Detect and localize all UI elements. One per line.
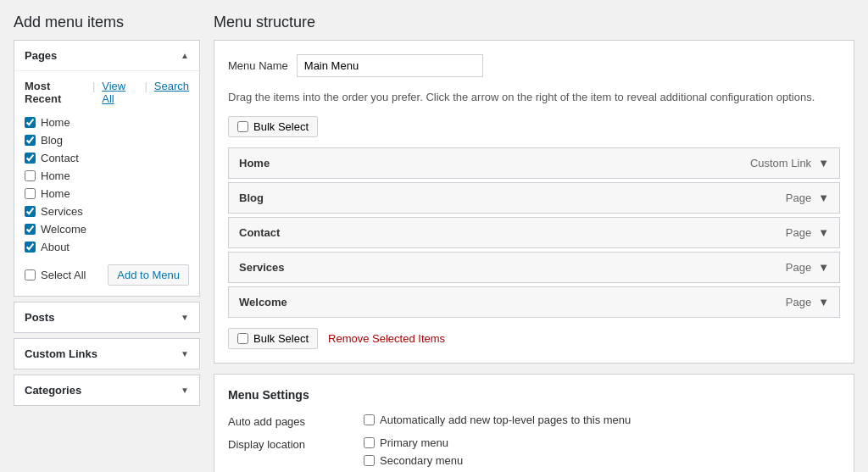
auto-add-pages-label: Auto add pages xyxy=(228,414,364,428)
secondary-menu-option[interactable]: Secondary menu xyxy=(364,454,463,467)
bulk-select-top-row: Bulk Select xyxy=(228,116,840,137)
list-item: Contact xyxy=(25,149,189,167)
menu-name-input[interactable] xyxy=(297,54,483,77)
menu-item-services-chevron-icon[interactable]: ▼ xyxy=(818,261,829,274)
custom-links-accordion-header[interactable]: Custom Links ▼ xyxy=(14,339,199,369)
page-home-1-checkbox[interactable] xyxy=(25,117,36,128)
list-item: Home xyxy=(25,185,189,203)
menu-item-contact-type: Page xyxy=(786,226,811,239)
list-item: Services xyxy=(25,203,189,220)
page-blog-label: Blog xyxy=(41,134,63,147)
list-item: Home xyxy=(25,114,189,131)
menu-item-welcome-chevron-icon[interactable]: ▼ xyxy=(818,296,829,308)
menu-item-blog[interactable]: Blog Page ▼ xyxy=(228,182,840,214)
pages-tab-nav: Most Recent | View All | Search xyxy=(25,80,189,105)
pages-label: Pages xyxy=(25,49,57,62)
posts-accordion: Posts ▼ xyxy=(14,302,200,333)
menu-item-welcome-right: Page ▼ xyxy=(786,296,829,308)
page-services-checkbox[interactable] xyxy=(25,206,36,217)
pages-accordion-header[interactable]: Pages ▲ xyxy=(14,41,199,70)
menu-item-services-label: Services xyxy=(239,261,285,274)
page-home-1-label: Home xyxy=(41,116,70,129)
menu-item-services[interactable]: Services Page ▼ xyxy=(228,252,840,283)
page-welcome-checkbox[interactable] xyxy=(25,224,36,235)
menu-structure-box: Menu Name Drag the items into the order … xyxy=(214,40,854,364)
auto-add-pages-checkbox[interactable] xyxy=(364,414,375,425)
tab-view-all[interactable]: View All xyxy=(102,80,137,105)
bulk-select-top-button[interactable]: Bulk Select xyxy=(228,116,318,137)
categories-label: Categories xyxy=(25,384,81,397)
menu-item-blog-label: Blog xyxy=(239,192,264,204)
menu-name-row: Menu Name xyxy=(228,54,840,77)
custom-links-accordion: Custom Links ▼ xyxy=(14,338,200,369)
menu-item-welcome-label: Welcome xyxy=(239,296,287,308)
display-location-controls: Primary menu Secondary menu xyxy=(364,436,463,467)
display-location-label: Display location xyxy=(228,436,364,451)
pages-checkbox-list: Home Blog Contact Home xyxy=(25,114,189,256)
list-item: Blog xyxy=(25,131,189,149)
pages-chevron-icon: ▲ xyxy=(181,51,189,60)
page-home-2-label: Home xyxy=(41,169,70,182)
menu-item-blog-chevron-icon[interactable]: ▼ xyxy=(818,192,829,204)
menu-item-blog-right: Page ▼ xyxy=(786,192,829,204)
page-about-checkbox[interactable] xyxy=(25,242,36,253)
bulk-select-bottom-button[interactable]: Bulk Select xyxy=(228,328,318,349)
auto-add-pages-row: Auto add pages Automatically add new top… xyxy=(228,414,840,428)
menu-item-home-right: Custom Link ▼ xyxy=(750,157,829,169)
tab-search[interactable]: Search xyxy=(154,80,189,105)
remove-selected-link[interactable]: Remove Selected Items xyxy=(328,332,445,345)
page-home-3-label: Home xyxy=(41,187,70,200)
menu-item-welcome[interactable]: Welcome Page ▼ xyxy=(228,286,840,318)
primary-menu-option[interactable]: Primary menu xyxy=(364,436,463,449)
menu-item-contact-chevron-icon[interactable]: ▼ xyxy=(818,226,829,239)
right-panel: Menu structure Menu Name Drag the items … xyxy=(214,14,854,472)
menu-item-home[interactable]: Home Custom Link ▼ xyxy=(228,147,840,179)
page-blog-checkbox[interactable] xyxy=(25,135,36,146)
menu-item-blog-type: Page xyxy=(786,192,811,204)
page-home-3-checkbox[interactable] xyxy=(25,188,36,199)
list-item: Home xyxy=(25,167,189,185)
left-panel: Add menu items Pages ▲ Most Recent | Vie… xyxy=(14,14,200,472)
add-to-menu-button[interactable]: Add to Menu xyxy=(108,264,189,286)
page-home-2-checkbox[interactable] xyxy=(25,170,36,181)
menu-items-list: Home Custom Link ▼ Blog Page ▼ Contact xyxy=(228,147,840,318)
menu-item-welcome-type: Page xyxy=(786,296,811,308)
menu-item-home-type: Custom Link xyxy=(750,157,811,169)
menu-item-home-chevron-icon[interactable]: ▼ xyxy=(818,157,829,169)
bulk-select-bottom-checkbox[interactable] xyxy=(237,333,248,344)
categories-accordion-header[interactable]: Categories ▼ xyxy=(14,375,199,405)
auto-add-pages-checkbox-label: Automatically add new top-level pages to… xyxy=(380,414,631,426)
page-services-label: Services xyxy=(41,205,83,218)
menu-settings-title: Menu Settings xyxy=(228,388,840,402)
posts-accordion-header[interactable]: Posts ▼ xyxy=(14,303,199,332)
primary-menu-checkbox[interactable] xyxy=(364,437,375,448)
select-all-checkbox[interactable] xyxy=(25,269,36,280)
pages-bottom-row: Select All Add to Menu xyxy=(25,264,189,286)
list-item: About xyxy=(25,238,189,256)
tab-most-recent[interactable]: Most Recent xyxy=(25,80,86,105)
drag-instructions: Drag the items into the order you prefer… xyxy=(228,89,840,106)
pages-accordion: Pages ▲ Most Recent | View All | Search … xyxy=(14,40,200,297)
bulk-select-bottom-row: Bulk Select Remove Selected Items xyxy=(228,328,840,349)
menu-item-home-label: Home xyxy=(239,157,270,169)
categories-chevron-icon: ▼ xyxy=(181,386,189,395)
custom-links-label: Custom Links xyxy=(25,347,97,360)
menu-item-services-right: Page ▼ xyxy=(786,261,829,274)
page-welcome-label: Welcome xyxy=(41,223,86,236)
custom-links-chevron-icon: ▼ xyxy=(181,349,189,358)
menu-item-contact[interactable]: Contact Page ▼ xyxy=(228,217,840,248)
display-location-row: Display location Primary menu Secondary … xyxy=(228,436,840,467)
secondary-menu-checkbox[interactable] xyxy=(364,455,375,466)
right-panel-title: Menu structure xyxy=(214,14,854,31)
bulk-select-top-checkbox[interactable] xyxy=(237,121,248,132)
posts-label: Posts xyxy=(25,311,54,324)
list-item: Welcome xyxy=(25,220,189,238)
select-all-label[interactable]: Select All xyxy=(25,269,86,281)
page-contact-checkbox[interactable] xyxy=(25,153,36,164)
page-about-label: About xyxy=(41,241,70,253)
primary-menu-label: Primary menu xyxy=(380,436,448,449)
auto-add-pages-controls: Automatically add new top-level pages to… xyxy=(364,414,631,426)
auto-add-pages-option[interactable]: Automatically add new top-level pages to… xyxy=(364,414,631,426)
menu-item-contact-right: Page ▼ xyxy=(786,226,829,239)
menu-item-contact-label: Contact xyxy=(239,226,280,239)
